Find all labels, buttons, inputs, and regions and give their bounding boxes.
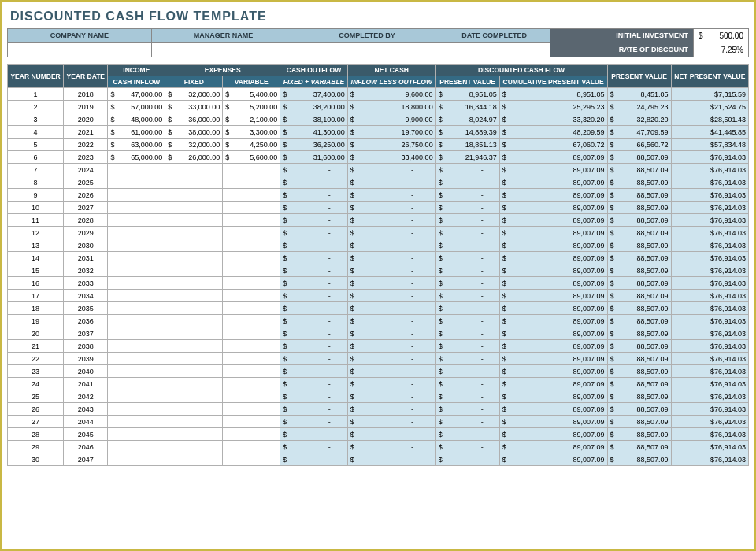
table-cell[interactable]: $57,000.00 (108, 101, 165, 113)
table-cell[interactable]: $- (435, 252, 499, 264)
cell-npv[interactable]: $76,914.03 (671, 340, 748, 353)
table-cell[interactable]: $- (280, 365, 348, 378)
table-cell[interactable]: $88,507.09 (607, 403, 671, 416)
cell-year-number[interactable]: 28 (8, 428, 64, 441)
table-cell[interactable]: $- (347, 453, 435, 466)
cell-year-date[interactable]: 2028 (64, 214, 108, 227)
table-cell[interactable]: $38,100.00 (280, 113, 348, 126)
table-cell[interactable]: $- (347, 302, 435, 315)
cell-npv[interactable]: $76,914.03 (671, 315, 748, 327)
table-cell[interactable] (165, 365, 223, 378)
table-cell[interactable]: $- (347, 290, 435, 302)
table-cell[interactable] (108, 264, 165, 277)
cell-npv[interactable]: $41,445.85 (671, 126, 748, 139)
table-cell[interactable]: $89,007.09 (499, 378, 607, 390)
table-cell[interactable]: $36,000.00 (165, 113, 223, 126)
cell-year-number[interactable]: 30 (8, 453, 64, 466)
cell-year-date[interactable]: 2019 (64, 101, 108, 113)
cell-npv[interactable]: $76,914.03 (671, 428, 748, 441)
table-cell[interactable] (223, 403, 280, 416)
table-cell[interactable]: $- (435, 428, 499, 441)
table-cell[interactable]: $89,007.09 (499, 365, 607, 378)
table-cell[interactable] (223, 453, 280, 466)
table-cell[interactable]: $88,507.09 (607, 365, 671, 378)
table-cell[interactable]: $- (347, 176, 435, 189)
table-cell[interactable] (108, 403, 165, 416)
table-cell[interactable]: $- (280, 176, 348, 189)
cell-year-number[interactable]: 18 (8, 302, 64, 315)
table-cell[interactable]: $89,007.09 (499, 390, 607, 403)
cell-npv[interactable]: $76,914.03 (671, 252, 748, 264)
table-cell[interactable]: $- (435, 176, 499, 189)
table-cell[interactable] (108, 416, 165, 428)
cell-year-number[interactable]: 16 (8, 277, 64, 290)
table-cell[interactable]: $- (280, 416, 348, 428)
table-cell[interactable] (108, 327, 165, 340)
cell-npv[interactable]: $76,914.03 (671, 227, 748, 239)
table-cell[interactable]: $89,007.09 (499, 302, 607, 315)
table-cell[interactable]: $89,007.09 (499, 264, 607, 277)
table-cell[interactable]: $89,007.09 (499, 441, 607, 453)
table-cell[interactable]: $- (280, 428, 348, 441)
table-cell[interactable]: $- (347, 428, 435, 441)
table-cell[interactable]: $41,300.00 (280, 126, 348, 139)
table-cell[interactable]: $- (280, 189, 348, 202)
table-cell[interactable] (223, 290, 280, 302)
table-cell[interactable]: $- (280, 214, 348, 227)
cell-npv[interactable]: $76,914.03 (671, 290, 748, 302)
table-cell[interactable]: $- (280, 277, 348, 290)
table-cell[interactable]: $- (435, 239, 499, 252)
table-cell[interactable]: $89,007.09 (499, 315, 607, 327)
table-cell[interactable] (223, 264, 280, 277)
table-cell[interactable]: $47,000.00 (108, 88, 165, 101)
table-cell[interactable]: $18,851.13 (435, 139, 499, 151)
cell-year-date[interactable]: 2026 (64, 189, 108, 202)
table-cell[interactable] (223, 176, 280, 189)
table-cell[interactable]: $36,250.00 (280, 139, 348, 151)
table-cell[interactable]: $67,060.72 (499, 139, 607, 151)
cell-year-number[interactable]: 14 (8, 252, 64, 264)
table-cell[interactable]: $- (280, 315, 348, 327)
table-cell[interactable] (223, 390, 280, 403)
table-cell[interactable]: $19,700.00 (347, 126, 435, 139)
table-cell[interactable]: $- (280, 390, 348, 403)
cell-npv[interactable]: $76,914.03 (671, 441, 748, 453)
table-cell[interactable] (165, 403, 223, 416)
cell-year-date[interactable]: 2045 (64, 428, 108, 441)
cell-year-number[interactable]: 12 (8, 227, 64, 239)
cell-year-date[interactable]: 2043 (64, 403, 108, 416)
table-cell[interactable]: $- (280, 403, 348, 416)
table-cell[interactable]: $89,007.09 (499, 202, 607, 214)
table-cell[interactable]: $47,709.59 (607, 126, 671, 139)
table-cell[interactable]: $32,000.00 (165, 139, 223, 151)
table-cell[interactable]: $89,007.09 (499, 176, 607, 189)
company-name-value[interactable] (8, 43, 151, 55)
table-cell[interactable] (165, 378, 223, 390)
table-cell[interactable]: $65,000.00 (108, 151, 165, 164)
table-cell[interactable] (165, 302, 223, 315)
cell-year-date[interactable]: 2032 (64, 264, 108, 277)
table-cell[interactable] (165, 441, 223, 453)
rate-of-discount-value[interactable]: 7.25% (693, 43, 748, 57)
cell-npv[interactable]: $76,914.03 (671, 164, 748, 176)
table-cell[interactable] (165, 353, 223, 365)
table-cell[interactable]: $- (435, 327, 499, 340)
cell-year-date[interactable]: 2040 (64, 365, 108, 378)
table-cell[interactable]: $- (435, 378, 499, 390)
table-cell[interactable] (165, 315, 223, 327)
table-cell[interactable] (165, 264, 223, 277)
table-cell[interactable] (108, 239, 165, 252)
cell-year-date[interactable]: 2044 (64, 416, 108, 428)
cell-year-number[interactable]: 22 (8, 353, 64, 365)
table-cell[interactable]: $88,507.09 (607, 428, 671, 441)
table-cell[interactable]: $- (435, 315, 499, 327)
table-cell[interactable]: $88,507.09 (607, 164, 671, 176)
table-cell[interactable]: $89,007.09 (499, 290, 607, 302)
table-cell[interactable]: $- (347, 277, 435, 290)
table-cell[interactable]: $- (347, 164, 435, 176)
table-cell[interactable]: $88,507.09 (607, 264, 671, 277)
table-cell[interactable]: $32,000.00 (165, 88, 223, 101)
table-cell[interactable]: $89,007.09 (499, 164, 607, 176)
cell-npv[interactable]: $76,914.03 (671, 327, 748, 340)
table-cell[interactable] (223, 252, 280, 264)
